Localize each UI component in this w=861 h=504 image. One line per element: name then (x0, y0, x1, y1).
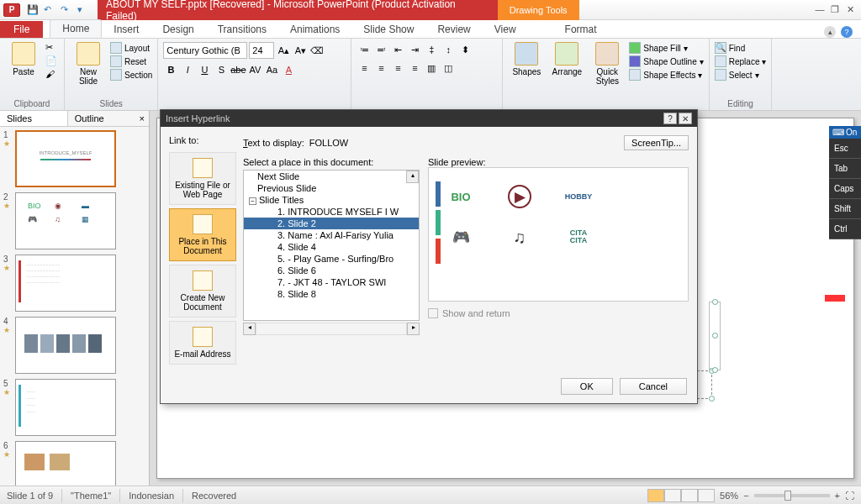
tree-item-7[interactable]: 7. - JKT 48 - TAYLOR SWI (244, 276, 419, 288)
cancel-button[interactable]: Cancel (620, 378, 687, 395)
osk-caps[interactable]: Caps (829, 179, 861, 199)
undo-icon[interactable]: ↶ (44, 4, 55, 16)
tree-next-slide[interactable]: Next Slide (244, 171, 419, 182)
dialog-close-icon[interactable]: ✕ (679, 113, 692, 124)
align-right-icon[interactable]: ≡ (390, 60, 405, 76)
numbering-icon[interactable]: ≕ (373, 42, 388, 57)
osk-tab[interactable]: Tab (829, 159, 861, 179)
paste-button[interactable]: Paste (5, 42, 42, 76)
shrink-font-icon[interactable]: A▾ (293, 43, 308, 58)
replace-button[interactable]: Replace ▾ (715, 55, 767, 67)
align-text-icon[interactable]: ⬍ (457, 42, 473, 57)
slide-thumbnail-2[interactable]: BIO◉▬🎮♫▦ (15, 192, 116, 249)
tab-home[interactable]: Home (50, 19, 102, 38)
align-left-icon[interactable]: ≡ (357, 60, 372, 76)
tree-item-6[interactable]: 6. Slide 6 (244, 265, 419, 276)
quick-access-toolbar[interactable]: 💾 ↶ ↷ ▾ (27, 4, 89, 16)
format-painter-icon[interactable]: 🖌 (45, 69, 59, 81)
shapes-button[interactable]: Shapes (508, 42, 545, 76)
linkopt-email[interactable]: E-mail Address (169, 321, 236, 365)
qat-dropdown-icon[interactable]: ▾ (77, 4, 89, 16)
help-icon[interactable]: ? (841, 26, 853, 38)
tree-item-1[interactable]: 1. INTRODUCE MYSELF I W (244, 206, 419, 218)
indent-inc-icon[interactable]: ⇥ (407, 42, 422, 57)
osk-esc[interactable]: Esc (829, 139, 861, 159)
tree-item-4[interactable]: 4. Slide 4 (244, 241, 419, 253)
normal-view-icon[interactable] (647, 489, 664, 502)
zoom-out-icon[interactable]: − (743, 491, 748, 501)
line-spacing-icon[interactable]: ‡ (424, 42, 439, 57)
on-screen-keyboard[interactable]: ⌨On Esc Tab Caps Shift Ctrl (829, 126, 861, 239)
zoom-level[interactable]: 56% (720, 491, 738, 501)
close-icon[interactable]: ✕ (844, 4, 856, 15)
dialog-help-icon[interactable]: ? (663, 113, 677, 124)
linkopt-create[interactable]: Create New Document (169, 265, 236, 318)
underline-button[interactable]: U (197, 62, 212, 77)
reset-button[interactable]: Reset (110, 55, 152, 67)
fit-window-icon[interactable]: ⛶ (845, 491, 854, 501)
font-color-button[interactable]: A (281, 62, 296, 77)
new-slide-button[interactable]: NewSlide (70, 42, 107, 86)
strike-button[interactable]: abe (230, 62, 246, 77)
tree-item-2[interactable]: 2. Slide 2 (244, 218, 419, 229)
tab-format[interactable]: Format (553, 21, 609, 38)
find-button[interactable]: 🔍Find (715, 42, 767, 54)
tab-transitions[interactable]: Transitions (206, 21, 278, 38)
shape-fill-button[interactable]: Shape Fill ▾ (629, 42, 703, 54)
indent-dec-icon[interactable]: ⇤ (390, 42, 405, 57)
shape-outline-button[interactable]: Shape Outline ▾ (629, 55, 703, 67)
tab-review[interactable]: Review (425, 21, 482, 38)
status-language[interactable]: Indonesian (129, 491, 174, 501)
tab-design[interactable]: Design (151, 21, 205, 38)
columns-icon[interactable]: ▥ (424, 60, 439, 76)
tree-previous-slide[interactable]: Previous Slide (244, 182, 419, 194)
linkopt-existing[interactable]: Existing File or Web Page (169, 152, 236, 205)
layout-button[interactable]: Layout (110, 42, 152, 54)
justify-icon[interactable]: ≡ (407, 60, 422, 76)
clear-format-icon[interactable]: ⌫ (309, 43, 325, 58)
selected-shape-2[interactable] (709, 302, 721, 370)
italic-button[interactable]: I (180, 62, 195, 77)
copy-icon[interactable]: 📄 (45, 55, 59, 67)
osk-shift[interactable]: Shift (829, 199, 861, 219)
panel-tab-slides[interactable]: Slides (0, 111, 68, 126)
slide-thumbnail-4[interactable] (15, 317, 116, 374)
tree-item-8[interactable]: 8. Slide 8 (244, 288, 419, 300)
tree-item-5[interactable]: 5. - Play Game - Surfing/Bro (244, 253, 419, 265)
slide-thumbnail-3[interactable]: ········································… (15, 255, 116, 312)
slide-thumbnail-1[interactable]: INTRODUCE_MYSELF (15, 130, 116, 187)
reading-view-icon[interactable] (681, 489, 698, 502)
slide-thumbnail-6[interactable] (15, 441, 116, 486)
save-icon[interactable]: 💾 (27, 4, 39, 16)
shadow-button[interactable]: S (214, 62, 229, 77)
arrange-button[interactable]: Arrange (548, 42, 585, 76)
sorter-view-icon[interactable] (664, 489, 681, 502)
tree-item-3[interactable]: 3. Name : Axl Al-Farisy Yulia (244, 229, 419, 241)
tab-slideshow[interactable]: Slide Show (351, 21, 425, 38)
tab-view[interactable]: View (483, 21, 528, 38)
hscroll-right-icon[interactable]: ▸ (407, 323, 420, 335)
minimize-ribbon-icon[interactable]: ▴ (824, 26, 836, 38)
shape-effects-button[interactable]: Shape Effects ▾ (629, 69, 703, 81)
osk-ctrl[interactable]: Ctrl (829, 219, 861, 239)
shape-red-bar[interactable] (825, 295, 845, 302)
zoom-in-icon[interactable]: + (835, 491, 840, 501)
tree-slide-titles[interactable]: −Slide Titles (244, 194, 419, 206)
spacing-button[interactable]: AV (247, 62, 262, 77)
scroll-up-icon[interactable]: ▴ (406, 171, 419, 183)
panel-close-icon[interactable]: × (135, 111, 149, 126)
bullets-icon[interactable]: ≔ (357, 42, 372, 57)
section-button[interactable]: Section (110, 69, 152, 81)
tab-animations[interactable]: Animations (278, 21, 351, 38)
restore-icon[interactable]: ❐ (829, 4, 841, 15)
text-direction-icon[interactable]: ↕ (441, 42, 456, 57)
case-button[interactable]: Aa (264, 62, 279, 77)
document-tree[interactable]: ▴ Next Slide Previous Slide −Slide Title… (243, 170, 420, 321)
tab-insert[interactable]: Insert (102, 21, 151, 38)
font-name-input[interactable] (163, 42, 247, 59)
tab-file[interactable]: File (0, 21, 43, 38)
cut-icon[interactable]: ✂ (45, 42, 59, 54)
panel-tab-outline[interactable]: Outline (68, 111, 135, 126)
zoom-slider[interactable] (754, 494, 830, 497)
align-center-icon[interactable]: ≡ (373, 60, 388, 76)
